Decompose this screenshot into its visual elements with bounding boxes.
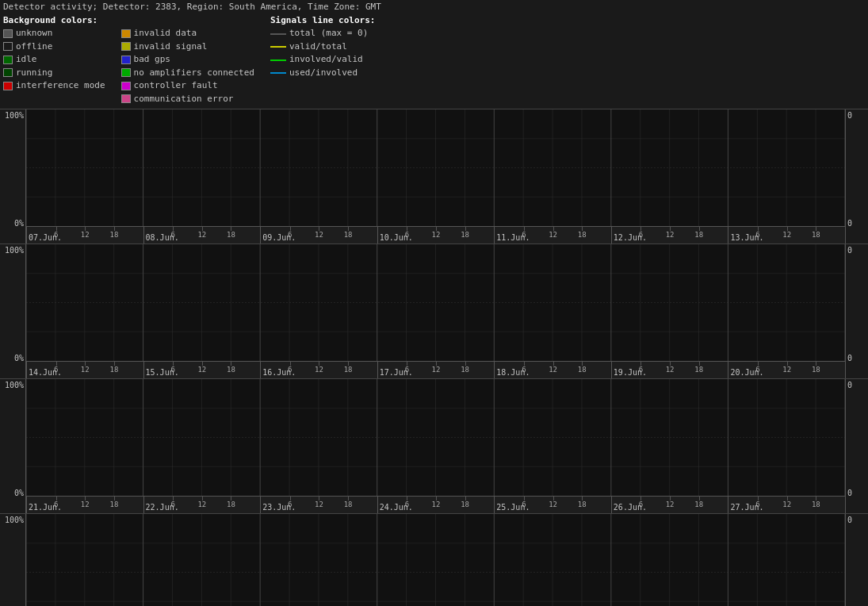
hour-label-0-6-18: 18 (812, 231, 820, 239)
hour-label-2-0-18: 18 (110, 501, 119, 508)
day-label-1-3: 17.Jun. (380, 368, 413, 377)
hour-label-0-2-12: 12 (315, 231, 323, 239)
y-top-1: 100% (5, 246, 24, 255)
legend-offline-box (3, 42, 13, 51)
legend-ctrl-fault-box (121, 82, 131, 90)
day-label-0-6: 13.Jun. (730, 233, 763, 242)
day-segment-0-0: 6121807.Jun. (26, 227, 143, 244)
day-segment-1-6: 6121820.Jun. (728, 362, 845, 378)
y-axis-right-1: 0 0 (846, 244, 868, 378)
day-label-2-6: 27.Jun. (730, 503, 763, 512)
page-header: Detector activity; Detector: 2383, Regio… (0, 0, 868, 13)
day-segment-0-5: 6121812.Jun. (611, 227, 728, 244)
day-segment-2-2: 6121823.Jun. (260, 497, 377, 513)
y-axis-left-3: 100% 0% (0, 514, 25, 606)
legend-no-amp-box (121, 68, 131, 77)
legend-involved-valid-line (270, 59, 286, 61)
hour-label-0-1-12: 12 (197, 231, 206, 239)
legend-interference-box (3, 82, 13, 90)
x-axis-0: 6121807.Jun.6121808.Jun.6121809.Jun.6121… (26, 226, 845, 244)
day-label-1-1: 15.Jun. (146, 368, 179, 377)
hour-label-0-2-18: 18 (344, 231, 353, 239)
legend-valid-total-line (270, 46, 286, 48)
hour-label-1-6-18: 18 (812, 366, 820, 374)
hour-label-1-2-12: 12 (315, 366, 323, 374)
hour-label-0-3-18: 18 (461, 231, 469, 239)
day-label-0-4: 11.Jun. (496, 233, 530, 242)
legend-offline-label: offline (16, 40, 52, 54)
day-segment-2-0: 6121821.Jun. (26, 497, 143, 513)
legend-total-label: total (max = 0) (289, 27, 368, 40)
day-segment-2-3: 6121824.Jun. (377, 497, 495, 513)
legend-interference-label: interference mode (16, 79, 105, 93)
hour-label-1-4-12: 12 (549, 366, 557, 374)
legend-idle-label: idle (16, 53, 37, 67)
day-segment-2-1: 6121822.Jun. (143, 497, 261, 513)
hour-label-2-6-18: 18 (812, 501, 820, 508)
y-bottom-1: 0% (14, 354, 24, 362)
legend-bad-gps: bad gps (121, 53, 254, 67)
day-segment-2-6: 6121827.Jun. (728, 497, 845, 513)
day-segment-1-5: 6121819.Jun. (611, 362, 728, 378)
hour-label-0-0-18: 18 (110, 231, 119, 239)
day-label-0-1: 08.Jun. (146, 233, 179, 242)
hour-label-2-4-18: 18 (578, 501, 587, 508)
legend-running-box (3, 68, 13, 77)
legend-invalid-data-label: invalid data (134, 27, 197, 40)
chart-bg-0 (26, 109, 845, 226)
hour-label-0-3-12: 12 (432, 231, 441, 239)
day-segment-0-3: 6121810.Jun. (377, 227, 495, 244)
chart-area-2: 6121821.Jun.6121822.Jun.6121823.Jun.6121… (25, 379, 846, 513)
legend-total-line (270, 33, 286, 35)
x-axis-1: 6121814.Jun.6121815.Jun.6121816.Jun.6121… (26, 361, 845, 378)
hour-label-1-1-12: 12 (197, 366, 206, 374)
hour-label-0-5-18: 18 (694, 231, 703, 239)
day-label-1-4: 18.Jun. (496, 368, 530, 377)
chart-row-3: 100% 0% 6121828.Jun.6121829.Jun.6121830.… (0, 513, 868, 606)
hour-label-2-4-12: 12 (549, 501, 557, 508)
legend-interference: interference mode (3, 79, 105, 93)
legend-valid-total: valid/total (270, 40, 375, 54)
y-top-0: 100% (5, 111, 24, 120)
legend-involved-valid-label: involved/valid (289, 53, 363, 67)
y-axis-right-0: 0 0 (846, 109, 868, 244)
y-bottom-0: 0% (14, 219, 24, 228)
day-label-2-2: 23.Jun. (262, 503, 296, 512)
day-label-0-3: 10.Jun. (380, 233, 413, 242)
day-label-2-1: 22.Jun. (146, 503, 179, 512)
hour-label-1-3-18: 18 (461, 366, 469, 374)
chart-row-2: 100% 0% 6121821.Jun.6121822.Jun.6121823.… (0, 378, 868, 513)
hour-label-1-0-18: 18 (110, 366, 119, 374)
y-axis-right-2: 0 0 (846, 379, 868, 513)
chart-row-0: 100% 0% 6121807.Jun.6121808.Jun.6121809.… (0, 109, 868, 244)
legend-invalid-signal-box (121, 42, 131, 51)
header-title: Detector activity; Detector: 2383, Regio… (3, 2, 381, 12)
day-label-2-0: 21.Jun. (29, 503, 62, 512)
day-label-2-5: 26.Jun. (614, 503, 647, 512)
hour-label-0-6-12: 12 (782, 231, 791, 239)
day-segment-2-4: 6121825.Jun. (494, 497, 611, 513)
day-label-2-4: 25.Jun. (496, 503, 530, 512)
y-right-bottom-0: 0 (847, 219, 852, 228)
hour-label-1-4-18: 18 (578, 366, 587, 374)
legend-unknown-box (3, 29, 13, 38)
legend-used-involved: used/involved (270, 67, 375, 80)
legend-bad-gps-label: bad gps (134, 53, 170, 67)
hour-label-2-6-12: 12 (782, 501, 791, 508)
legend-running: running (3, 67, 105, 80)
y-right-top-0: 0 (847, 111, 852, 120)
legend-total: total (max = 0) (270, 27, 375, 40)
day-segment-1-3: 6121817.Jun. (377, 362, 495, 378)
y-right-bottom-2: 0 (847, 489, 852, 497)
legend-no-amp: no amplifiers connected (121, 67, 254, 80)
legend-valid-total-label: valid/total (289, 40, 347, 54)
hour-label-2-2-12: 12 (315, 501, 323, 508)
hour-label-1-5-12: 12 (666, 366, 675, 374)
legend-mid-col: invalid data invalid signal bad gps no a… (121, 15, 254, 105)
legend-mid-title (121, 15, 254, 25)
day-label-1-5: 19.Jun. (614, 368, 647, 377)
hour-label-2-5-12: 12 (666, 501, 675, 508)
hour-label-0-5-12: 12 (666, 231, 675, 239)
y-axis-left-0: 100% 0% (0, 109, 25, 244)
hour-label-1-6-12: 12 (782, 366, 791, 374)
